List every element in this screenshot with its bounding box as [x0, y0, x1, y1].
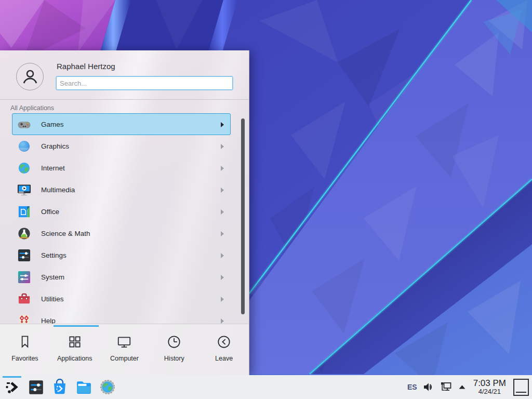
category-settings[interactable]: Settings	[12, 244, 231, 266]
category-label: Office	[41, 208, 59, 216]
file-manager-icon	[75, 379, 92, 396]
submenu-arrow-icon	[221, 231, 224, 236]
submenu-arrow-icon	[221, 166, 224, 171]
sphere-icon	[17, 139, 31, 153]
user-icon	[21, 68, 39, 86]
discover-button[interactable]	[50, 377, 69, 397]
file-manager-button[interactable]	[74, 377, 93, 397]
category-label: Graphics	[41, 142, 69, 150]
bookmark-icon	[17, 334, 33, 350]
category-label: Internet	[41, 164, 65, 172]
system-sliders-icon	[17, 270, 31, 284]
toolbox-icon	[17, 292, 31, 306]
submenu-arrow-icon	[221, 122, 224, 127]
web-browser-button[interactable]	[98, 377, 117, 397]
category-list: Games Graphics Internet	[0, 113, 241, 324]
category-help[interactable]: Help	[12, 310, 231, 324]
section-label: All Applications	[10, 104, 54, 112]
submenu-arrow-icon	[221, 253, 224, 258]
submenu-arrow-icon	[221, 188, 224, 193]
tab-leave[interactable]: Leave	[199, 324, 249, 375]
launcher-tabbar: Favorites Applications Computer	[0, 324, 249, 375]
tab-label: History	[164, 355, 184, 362]
tab-label: Applications	[57, 355, 92, 362]
keyboard-layout-indicator[interactable]: ES	[407, 383, 417, 391]
submenu-arrow-icon	[221, 318, 224, 324]
system-tray: ES 7:03 PM 4/24/21	[407, 375, 529, 399]
gamepad-icon	[17, 117, 31, 131]
active-task-indicator	[3, 376, 21, 378]
category-label: System	[41, 273, 64, 281]
category-science-math[interactable]: Science & Math	[12, 222, 231, 244]
application-launcher-menu: Raphael Hertzog All Applications Games	[0, 50, 249, 375]
launcher-header: Raphael Hertzog	[0, 50, 249, 100]
tab-computer[interactable]: Computer	[100, 324, 150, 375]
digital-clock[interactable]: 7:03 PM 4/24/21	[473, 379, 506, 396]
category-multimedia[interactable]: Multimedia	[12, 179, 231, 201]
clock-time: 7:03 PM	[473, 379, 506, 389]
category-system[interactable]: System	[12, 266, 231, 288]
volume-icon[interactable]	[422, 381, 435, 393]
help-icon	[17, 314, 31, 324]
tray-expander-icon[interactable]	[458, 384, 466, 390]
grid-icon	[67, 334, 83, 350]
flask-icon	[17, 227, 31, 241]
tab-label: Computer	[110, 355, 139, 362]
network-icon[interactable]	[440, 381, 453, 393]
category-office[interactable]: Office	[12, 201, 231, 222]
category-label: Science & Math	[41, 230, 90, 237]
clock-date: 4/24/21	[478, 388, 501, 395]
submenu-arrow-icon	[221, 144, 224, 149]
category-label: Help	[41, 317, 56, 324]
user-avatar[interactable]	[16, 63, 44, 90]
sliders-icon	[17, 248, 31, 262]
web-browser-icon	[99, 379, 116, 395]
monitor-icon	[116, 334, 132, 350]
category-internet[interactable]: Internet	[12, 157, 231, 179]
globe-icon	[17, 161, 31, 175]
category-label: Multimedia	[41, 186, 75, 194]
show-desktop-button[interactable]	[513, 379, 529, 396]
category-label: Utilities	[41, 295, 64, 303]
taskbar: ES 7:03 PM 4/24/21	[0, 375, 532, 399]
category-games[interactable]: Games	[12, 113, 231, 135]
media-screen-icon	[17, 183, 31, 197]
tab-label: Leave	[215, 355, 233, 362]
system-settings-icon	[28, 379, 44, 395]
scrollbar-thumb[interactable]	[241, 118, 245, 314]
submenu-arrow-icon	[221, 209, 224, 215]
user-name: Raphael Hertzog	[57, 62, 115, 71]
leave-icon	[216, 334, 232, 350]
category-utilities[interactable]: Utilities	[12, 288, 231, 310]
tab-label: Favorites	[11, 355, 38, 362]
desktop: Raphael Hertzog All Applications Games	[0, 0, 532, 399]
active-tab-indicator	[54, 325, 99, 327]
app-launcher-icon	[4, 379, 20, 395]
application-launcher-button[interactable]	[3, 377, 21, 397]
category-graphics[interactable]: Graphics	[12, 135, 231, 157]
clock-icon	[166, 334, 182, 350]
document-icon	[17, 205, 31, 219]
discover-icon	[51, 379, 68, 395]
submenu-arrow-icon	[221, 297, 224, 302]
submenu-arrow-icon	[221, 275, 224, 280]
search-input[interactable]	[56, 76, 233, 90]
category-label: Games	[41, 121, 64, 128]
tab-history[interactable]: History	[149, 324, 199, 375]
system-settings-button[interactable]	[26, 377, 45, 397]
tab-applications[interactable]: Applications	[50, 324, 100, 375]
tab-favorites[interactable]: Favorites	[0, 324, 50, 375]
category-label: Settings	[41, 251, 66, 259]
